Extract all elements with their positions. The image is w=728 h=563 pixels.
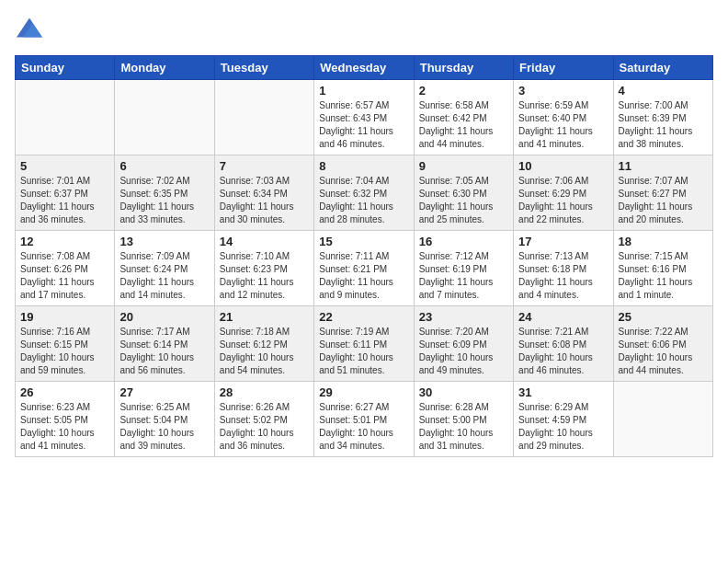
weekday-header: Thursday — [414, 56, 513, 80]
day-number: 12 — [20, 235, 109, 248]
weekday-header-row: SundayMondayTuesdayWednesdayThursdayFrid… — [16, 56, 713, 80]
day-number: 14 — [220, 235, 309, 248]
day-info: Sunrise: 7:08 AM Sunset: 6:26 PM Dayligh… — [20, 250, 109, 302]
main-container: SundayMondayTuesdayWednesdayThursdayFrid… — [0, 0, 728, 465]
calendar-cell: 25Sunrise: 7:22 AM Sunset: 6:06 PM Dayli… — [613, 306, 712, 382]
calendar-cell: 20Sunrise: 7:17 AM Sunset: 6:14 PM Dayli… — [115, 306, 214, 382]
weekday-header: Sunday — [16, 56, 115, 80]
calendar-cell: 30Sunrise: 6:28 AM Sunset: 5:00 PM Dayli… — [414, 382, 513, 457]
weekday-header: Friday — [514, 56, 613, 80]
day-info: Sunrise: 6:25 AM Sunset: 5:04 PM Dayligh… — [119, 401, 209, 453]
day-info: Sunrise: 7:19 AM Sunset: 6:11 PM Dayligh… — [319, 326, 408, 377]
calendar-cell: 5Sunrise: 7:01 AM Sunset: 6:37 PM Daylig… — [16, 155, 115, 231]
calendar-cell: 29Sunrise: 6:27 AM Sunset: 5:01 PM Dayli… — [314, 382, 414, 457]
weekday-header: Saturday — [613, 56, 712, 80]
day-info: Sunrise: 6:57 AM Sunset: 6:43 PM Dayligh… — [319, 99, 408, 151]
day-info: Sunrise: 6:58 AM Sunset: 6:42 PM Dayligh… — [419, 99, 508, 151]
calendar-cell: 26Sunrise: 6:23 AM Sunset: 5:05 PM Dayli… — [16, 382, 115, 457]
calendar-cell: 4Sunrise: 7:00 AM Sunset: 6:39 PM Daylig… — [613, 80, 712, 155]
day-info: Sunrise: 7:11 AM Sunset: 6:21 PM Dayligh… — [319, 250, 408, 302]
day-number: 22 — [319, 310, 408, 324]
day-number: 8 — [319, 159, 408, 173]
day-number: 2 — [419, 84, 508, 98]
day-number: 9 — [419, 159, 508, 173]
day-info: Sunrise: 7:04 AM Sunset: 6:32 PM Dayligh… — [319, 175, 408, 226]
day-number: 11 — [619, 159, 708, 173]
day-number: 17 — [518, 235, 608, 248]
day-info: Sunrise: 7:05 AM Sunset: 6:30 PM Dayligh… — [419, 175, 508, 226]
day-number: 24 — [518, 310, 608, 324]
calendar-cell: 27Sunrise: 6:25 AM Sunset: 5:04 PM Dayli… — [115, 382, 214, 457]
calendar-cell: 13Sunrise: 7:09 AM Sunset: 6:24 PM Dayli… — [115, 231, 214, 306]
day-info: Sunrise: 6:26 AM Sunset: 5:02 PM Dayligh… — [220, 401, 309, 453]
day-number: 23 — [419, 310, 508, 324]
day-info: Sunrise: 6:28 AM Sunset: 5:00 PM Dayligh… — [419, 401, 508, 453]
calendar-cell: 6Sunrise: 7:02 AM Sunset: 6:35 PM Daylig… — [115, 155, 214, 231]
day-number: 18 — [619, 235, 708, 248]
day-number: 30 — [419, 385, 508, 399]
day-info: Sunrise: 7:22 AM Sunset: 6:06 PM Dayligh… — [619, 326, 708, 377]
calendar-cell: 10Sunrise: 7:06 AM Sunset: 6:29 PM Dayli… — [514, 155, 613, 231]
day-number: 20 — [119, 310, 209, 324]
calendar-cell — [115, 80, 214, 155]
calendar-cell: 8Sunrise: 7:04 AM Sunset: 6:32 PM Daylig… — [314, 155, 414, 231]
day-info: Sunrise: 7:17 AM Sunset: 6:14 PM Dayligh… — [119, 326, 209, 377]
day-number: 10 — [518, 159, 608, 173]
calendar-cell: 22Sunrise: 7:19 AM Sunset: 6:11 PM Dayli… — [314, 306, 414, 382]
calendar-cell: 1Sunrise: 6:57 AM Sunset: 6:43 PM Daylig… — [314, 80, 414, 155]
day-number: 27 — [119, 385, 209, 399]
day-info: Sunrise: 7:00 AM Sunset: 6:39 PM Dayligh… — [619, 99, 708, 151]
day-number: 15 — [319, 235, 408, 248]
calendar-cell: 21Sunrise: 7:18 AM Sunset: 6:12 PM Dayli… — [214, 306, 313, 382]
weekday-header: Monday — [115, 56, 214, 80]
day-info: Sunrise: 7:15 AM Sunset: 6:16 PM Dayligh… — [619, 250, 708, 302]
calendar-week-row: 5Sunrise: 7:01 AM Sunset: 6:37 PM Daylig… — [16, 155, 713, 231]
day-info: Sunrise: 7:20 AM Sunset: 6:09 PM Dayligh… — [419, 326, 508, 377]
calendar-cell — [613, 382, 712, 457]
calendar: SundayMondayTuesdayWednesdayThursdayFrid… — [15, 55, 713, 457]
day-number: 28 — [220, 385, 309, 399]
header — [15, 15, 713, 44]
day-info: Sunrise: 7:18 AM Sunset: 6:12 PM Dayligh… — [220, 326, 309, 377]
day-number: 25 — [619, 310, 708, 324]
calendar-cell: 3Sunrise: 6:59 AM Sunset: 6:40 PM Daylig… — [514, 80, 613, 155]
calendar-cell: 17Sunrise: 7:13 AM Sunset: 6:18 PM Dayli… — [514, 231, 613, 306]
day-info: Sunrise: 7:02 AM Sunset: 6:35 PM Dayligh… — [119, 175, 209, 226]
day-number: 5 — [20, 159, 109, 173]
weekday-header: Tuesday — [214, 56, 313, 80]
day-number: 1 — [319, 84, 408, 98]
day-info: Sunrise: 7:03 AM Sunset: 6:34 PM Dayligh… — [220, 175, 309, 226]
day-info: Sunrise: 6:29 AM Sunset: 4:59 PM Dayligh… — [518, 401, 608, 453]
calendar-cell: 31Sunrise: 6:29 AM Sunset: 4:59 PM Dayli… — [514, 382, 613, 457]
day-number: 21 — [220, 310, 309, 324]
calendar-cell: 15Sunrise: 7:11 AM Sunset: 6:21 PM Dayli… — [314, 231, 414, 306]
calendar-cell: 11Sunrise: 7:07 AM Sunset: 6:27 PM Dayli… — [613, 155, 712, 231]
day-info: Sunrise: 7:12 AM Sunset: 6:19 PM Dayligh… — [419, 250, 508, 302]
day-number: 29 — [319, 385, 408, 399]
day-info: Sunrise: 6:59 AM Sunset: 6:40 PM Dayligh… — [518, 99, 608, 151]
day-info: Sunrise: 7:13 AM Sunset: 6:18 PM Dayligh… — [518, 250, 608, 302]
weekday-header: Wednesday — [314, 56, 414, 80]
logo-icon — [17, 15, 42, 40]
calendar-cell: 24Sunrise: 7:21 AM Sunset: 6:08 PM Dayli… — [514, 306, 613, 382]
day-info: Sunrise: 6:27 AM Sunset: 5:01 PM Dayligh… — [319, 401, 408, 453]
day-number: 6 — [119, 159, 209, 173]
logo — [15, 15, 42, 44]
day-info: Sunrise: 7:07 AM Sunset: 6:27 PM Dayligh… — [619, 175, 708, 226]
day-info: Sunrise: 7:10 AM Sunset: 6:23 PM Dayligh… — [220, 250, 309, 302]
day-info: Sunrise: 7:01 AM Sunset: 6:37 PM Dayligh… — [20, 175, 109, 226]
calendar-cell: 23Sunrise: 7:20 AM Sunset: 6:09 PM Dayli… — [414, 306, 513, 382]
calendar-week-row: 26Sunrise: 6:23 AM Sunset: 5:05 PM Dayli… — [16, 382, 713, 457]
day-info: Sunrise: 6:23 AM Sunset: 5:05 PM Dayligh… — [20, 401, 109, 453]
calendar-cell: 16Sunrise: 7:12 AM Sunset: 6:19 PM Dayli… — [414, 231, 513, 306]
calendar-cell: 7Sunrise: 7:03 AM Sunset: 6:34 PM Daylig… — [214, 155, 313, 231]
day-number: 16 — [419, 235, 508, 248]
day-info: Sunrise: 7:16 AM Sunset: 6:15 PM Dayligh… — [20, 326, 109, 377]
calendar-cell — [214, 80, 313, 155]
day-info: Sunrise: 7:09 AM Sunset: 6:24 PM Dayligh… — [119, 250, 209, 302]
calendar-cell: 12Sunrise: 7:08 AM Sunset: 6:26 PM Dayli… — [16, 231, 115, 306]
day-number: 4 — [619, 84, 708, 98]
calendar-week-row: 19Sunrise: 7:16 AM Sunset: 6:15 PM Dayli… — [16, 306, 713, 382]
calendar-cell — [16, 80, 115, 155]
day-number: 19 — [20, 310, 109, 324]
